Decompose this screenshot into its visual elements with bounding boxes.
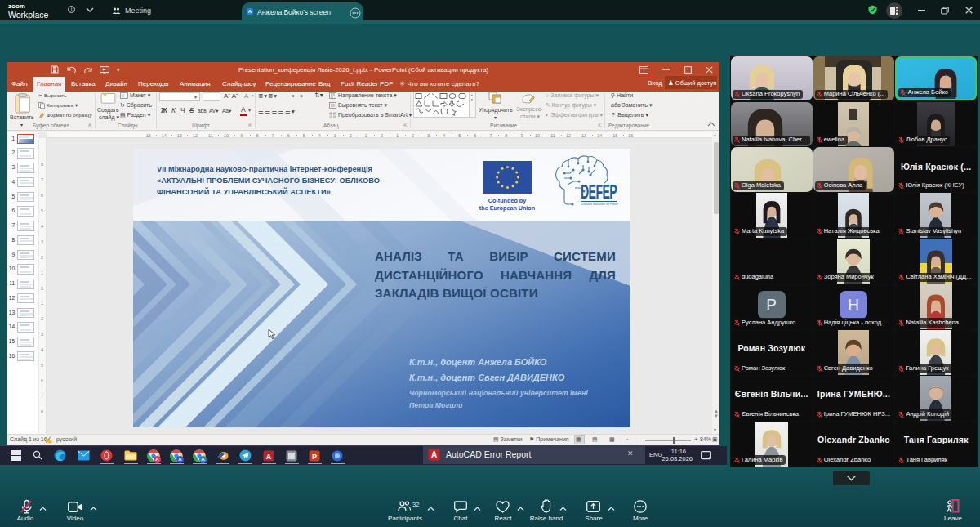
svg-text:A: A [266,453,272,461]
svg-text:Distance Education for Future: Distance Education for Future [581,203,618,206]
svg-text:DEFEP: DEFEP [581,181,617,203]
svg-text:P: P [312,453,317,461]
svg-text:A: A [431,450,437,459]
